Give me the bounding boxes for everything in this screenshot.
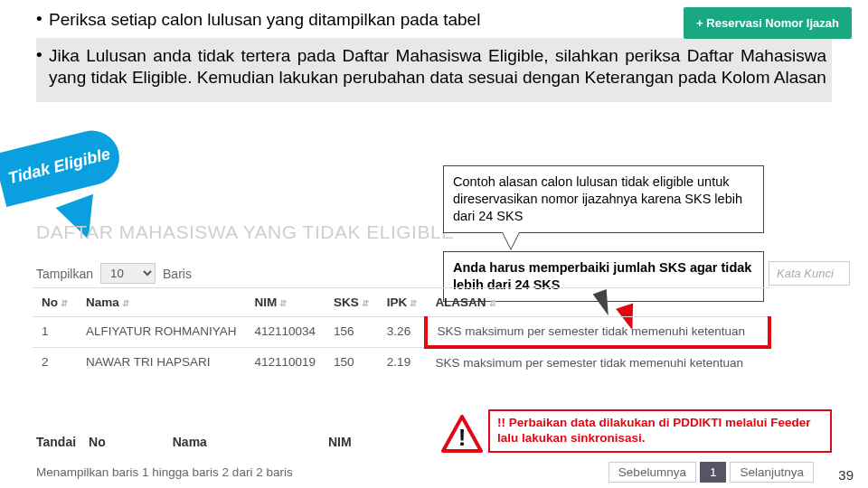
th-nim2: NIM	[328, 435, 352, 449]
row-info: Menampilkan baris 1 hingga baris 2 dari …	[36, 465, 293, 479]
sort-icon: ⇵	[489, 298, 496, 308]
rows-select[interactable]: 10	[100, 263, 156, 284]
sort-icon: ⇵	[410, 298, 417, 308]
sort-icon: ⇵	[279, 298, 287, 308]
warning-triangle-icon: !	[441, 415, 483, 453]
table-row: 2 NAWAR TRI HAPSARI 412110019 150 2.19 S…	[33, 347, 769, 377]
sort-icon: ⇵	[362, 298, 369, 308]
th-nim[interactable]: NIM⇵	[246, 288, 326, 317]
callout-example: Contoh alasan calon lulusan tidak eligib…	[443, 165, 764, 233]
callout-tail-icon	[502, 232, 520, 250]
th-ipk[interactable]: IPK⇵	[378, 288, 427, 317]
th-nama2: Nama	[173, 435, 207, 449]
tidak-eligible-badge: Tidak Eligible	[0, 125, 125, 207]
th-alasan[interactable]: ALASAN⇵	[426, 288, 769, 317]
pagination: Sebelumnya 1 Selanjutnya	[609, 462, 814, 483]
tampilkan-label: Tampilkan	[36, 267, 93, 281]
section-title: DAFTAR MAHASISWA YANG TIDAK ELIGIBLE	[36, 221, 455, 243]
svg-text:!: !	[458, 424, 467, 451]
table-row: 1 ALFIYATUR ROHMANIYAH 412110034 156 3.2…	[33, 317, 769, 348]
reserve-button[interactable]: + Reservasi Nomor Ijazah	[684, 7, 852, 39]
page-1[interactable]: 1	[700, 462, 727, 483]
warning-callout: !! Perbaikan data dilakukan di PDDIKTI m…	[488, 409, 832, 453]
th-no2: No	[89, 435, 106, 449]
search-input[interactable]: Kata Kunci	[769, 261, 850, 286]
sort-icon: ⇵	[61, 298, 68, 308]
th-tandai: Tandai	[36, 435, 76, 449]
bullet-text: Jika Lulusan anda tidak tertera pada Daf…	[49, 45, 826, 89]
bullet-item: • Jika Lulusan anda tidak tertera pada D…	[36, 45, 826, 89]
slide-number: 39	[838, 467, 854, 483]
th-no[interactable]: No⇵	[33, 288, 77, 317]
page-next[interactable]: Selanjutnya	[730, 462, 814, 483]
sort-icon: ⇵	[122, 298, 129, 308]
th-nama[interactable]: Nama⇵	[77, 288, 246, 317]
alasan-highlight: SKS maksimum per semester tidak memenuhi…	[426, 317, 769, 348]
eligible-table: No⇵ Nama⇵ NIM⇵ SKS⇵ IPK⇵ ALASAN⇵ 1 ALFIY…	[33, 287, 771, 377]
th-sks[interactable]: SKS⇵	[325, 288, 378, 317]
baris-label: Baris	[163, 267, 192, 281]
page-prev[interactable]: Sebelumnya	[609, 462, 696, 483]
